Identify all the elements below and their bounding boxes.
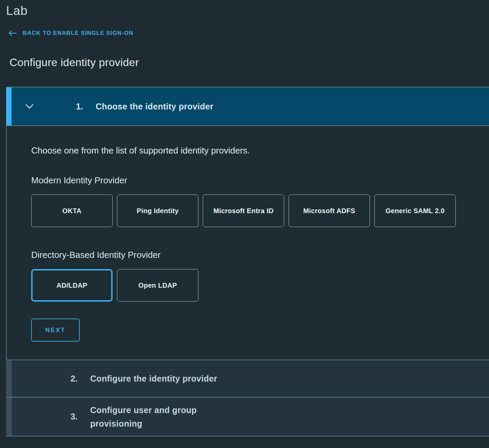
active-step-accent-bar <box>6 87 12 125</box>
back-link[interactable]: BACK TO ENABLE SINGLE SIGN-ON <box>8 30 133 37</box>
collapsed-step-gutter <box>6 398 12 436</box>
step-2-title: Configure the identity provider <box>90 372 217 385</box>
back-arrow-icon <box>8 30 17 36</box>
step-1-description: Choose one from the list of supported id… <box>31 145 489 156</box>
provider-option-microsoft-entra-id[interactable]: Microsoft Entra ID <box>203 195 284 227</box>
chevron-down-icon <box>25 104 34 109</box>
provider-option-ad-ldap[interactable]: AD/LDAP <box>31 269 113 302</box>
page-title: Lab <box>0 0 489 18</box>
step-1-number: 1. <box>76 102 92 111</box>
modern-provider-label: Modern Identity Provider <box>31 175 489 186</box>
directory-provider-label: Directory-Based Identity Provider <box>31 249 489 260</box>
provider-option-open-ldap[interactable]: Open LDAP <box>117 269 198 302</box>
provider-option-okta[interactable]: OKTA <box>31 195 113 227</box>
step-3-title: Configure user and group provisioning <box>90 403 216 430</box>
page-heading: Configure identity provider <box>9 56 489 69</box>
collapsed-step-gutter <box>6 360 12 397</box>
back-link-label: BACK TO ENABLE SINGLE SIGN-ON <box>23 30 133 37</box>
step-3-number: 3. <box>71 412 86 422</box>
provider-option-microsoft-adfs[interactable]: Microsoft ADFS <box>289 195 370 227</box>
directory-provider-options: AD/LDAP Open LDAP <box>31 269 489 302</box>
step-3-header[interactable]: 3. Configure user and group provisioning <box>6 397 489 436</box>
step-1-panel: Choose one from the list of supported id… <box>6 126 489 360</box>
step-1-title: Choose the identity provider <box>96 102 213 111</box>
next-button[interactable]: NEXT <box>31 319 80 342</box>
step-2-number: 2. <box>71 374 86 384</box>
step-1-header[interactable]: 1. Choose the identity provider <box>6 87 489 126</box>
provider-option-ping-identity[interactable]: Ping Identity <box>117 195 198 227</box>
step-2-header[interactable]: 2. Configure the identity provider <box>6 360 489 397</box>
modern-provider-options: OKTA Ping Identity Microsoft Entra ID Mi… <box>31 195 489 227</box>
provider-option-generic-saml[interactable]: Generic SAML 2.0 <box>374 195 456 227</box>
identity-provider-wizard: 1. Choose the identity provider Choose o… <box>6 87 489 436</box>
